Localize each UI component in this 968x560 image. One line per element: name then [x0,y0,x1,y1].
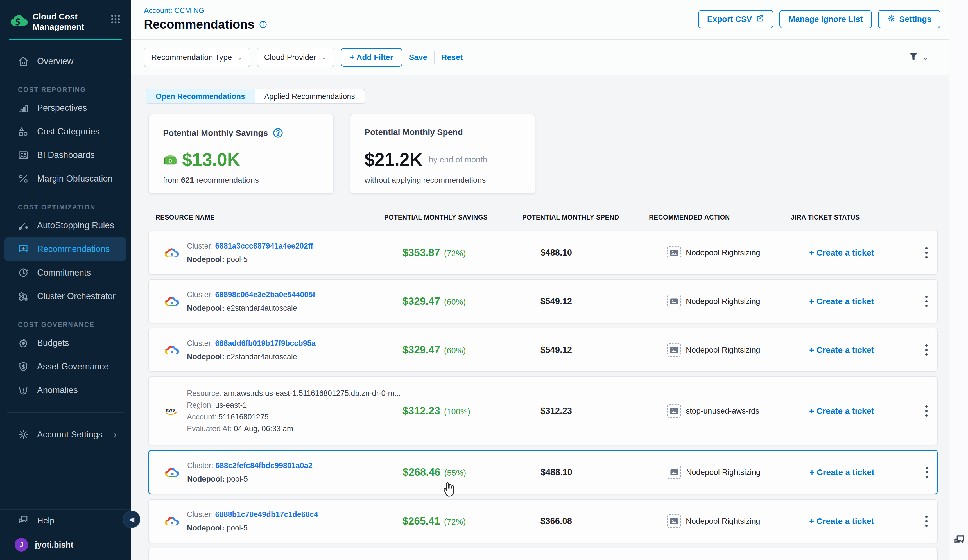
shield-dollar-icon [17,360,30,373]
table-row[interactable]: Cluster: 6886e92f59a48cad86b5b1c6 $244.0… [148,548,938,560]
sidebar-item-bi-dashboards[interactable]: BI Dashboards [5,143,126,167]
sidebar-item-overview[interactable]: Overview [5,50,126,73]
savings-cell: $312.23 (100%) [403,405,470,417]
sidebar-divider [7,412,124,413]
resource-link[interactable]: 688c2fefc84fbdc99801a0a2 [215,461,313,470]
resource-link[interactable]: 688add6fb019b17f9bccb95a [215,339,316,348]
sidebar-item-label: Commitments [37,268,91,278]
settings-button[interactable]: Settings [878,10,940,28]
sidebar-item-autostopping-rules[interactable]: AutoStopping Rules [5,214,126,237]
savings-cell: $268.46 (55%) [403,466,466,478]
tab-open-recommendations[interactable]: Open Recommendations [146,89,255,103]
sidebar-item-perspectives[interactable]: Perspectives [5,96,126,120]
chat-bubbles-icon[interactable] [952,533,966,547]
kebab-menu-icon[interactable] [920,341,933,358]
gcp-cloud-icon [164,343,179,357]
savings-percent: (100%) [444,407,471,416]
create-ticket-link[interactable]: + Create a ticket [809,517,874,526]
table-row[interactable]: Cluster: 688add6fb019b17f9bccb95aNodepoo… [148,328,938,372]
kebab-menu-icon[interactable] [920,244,933,261]
savings-cell: $329.47 (60%) [403,295,466,307]
table-header: RESOURCE NAMEPOTENTIAL MONTHLY SAVINGSPO… [148,214,938,225]
resource-lines: Cluster: 688add6fb019b17f9bccb95aNodepoo… [187,328,316,371]
module-grid-icon[interactable] [110,13,121,25]
savings-value: $13.0K [182,149,240,170]
export-csv-button[interactable]: Export CSV [698,10,774,28]
sidebar-item-recommendations[interactable]: Recommendations [5,237,126,261]
add-filter-button[interactable]: + Add Filter [341,48,402,66]
savings-percent: (55%) [444,468,466,478]
resource-lines: Cluster: 688c2fefc84fbdc99801a0a2Nodepoo… [187,451,313,494]
resource-line: Cluster: 688c2fefc84fbdc99801a0a2 [187,461,313,470]
info-icon[interactable] [259,20,268,29]
tab-applied-recommendations[interactable]: Applied Recommendations [255,89,365,103]
sidebar-item-anomalies[interactable]: Anomalies [5,378,126,402]
teal-divider [9,39,122,40]
kebab-menu-icon[interactable] [920,464,933,481]
breadcrumb-account[interactable]: Account: CCM-NG [144,6,204,15]
sidebar-item-commitments[interactable]: Commitments [5,261,126,285]
sidebar-item-margin-obfuscation[interactable]: Margin Obfuscation [5,167,126,191]
chevron-down-icon: ⌄ [922,53,929,62]
manage-ignore-list-button[interactable]: Manage Ignore List [779,10,872,28]
external-link-icon [756,14,764,25]
gcp-cloud-icon [165,465,179,480]
piggy-icon [17,336,30,350]
table-row[interactable]: Cluster: 68898c064e3e2ba0e544005fNodepoo… [148,279,938,323]
sidebar-item-help[interactable]: Help [0,510,131,531]
sidebar-item-budgets[interactable]: Budgets [5,331,126,355]
recommendations-tabs: Open Recommendations Applied Recommendat… [146,89,365,104]
question-circle-icon[interactable] [272,128,283,139]
sidebar-item-label: Anomalies [37,385,78,395]
column-header: POTENTIAL MONTHLY SPEND [522,214,619,221]
create-ticket-link[interactable]: + Create a ticket [809,345,874,355]
create-ticket-link[interactable]: + Create a ticket [809,406,874,416]
resource-link[interactable]: 6888b1c70e49db17c1de60c4 [215,510,318,519]
user-name: jyoti.bisht [35,540,73,550]
sidebar-item-label: Recommendations [37,244,109,254]
table-row[interactable]: aws Resource: arn:aws:rds:us-east-1:5116… [148,376,938,445]
user-profile[interactable]: J jyoti.bisht [0,531,131,558]
table-row[interactable]: Cluster: 6881a3ccc887941a4ee202ffNodepoo… [148,230,938,275]
sidebar-section-label: COST REPORTING [18,83,131,96]
spend-value: $488.10 [540,248,572,258]
cloud-provider-dropdown[interactable]: Cloud Provider⌄ [257,48,334,67]
recommended-action-cell: Nodepool Rightsizing [667,343,760,357]
recommendation-type-dropdown[interactable]: Recommendation Type⌄ [144,48,250,67]
kebab-menu-icon[interactable] [920,293,933,310]
save-filter-link[interactable]: Save [409,53,427,62]
app-title: Cloud Cost Management [33,11,84,32]
create-ticket-link[interactable]: + Create a ticket [809,467,874,477]
filter-panel-toggle[interactable]: ⌄ [907,51,929,64]
sidebar-item-asset-governance[interactable]: Asset Governance [5,355,126,378]
savings-cell: $329.47 (60%) [403,344,466,356]
sidebar-item-cluster-orchestrator[interactable]: Cluster Orchestrator [5,285,126,308]
sidebar-item-account-settings[interactable]: Account Settings › [5,423,126,446]
spend-subtext: without applying recommendations [365,176,486,185]
kebab-menu-icon[interactable] [920,513,933,530]
table-row[interactable]: Cluster: 6888b1c70e49db17c1de60c4Nodepoo… [148,499,938,543]
resource-lines: Cluster: 6881a3ccc887941a4ee202ffNodepoo… [187,231,313,274]
create-ticket-link[interactable]: + Create a ticket [809,248,874,257]
recommended-action-cell: Nodepool Rightsizing [667,246,760,260]
resource-line: Account: 511616801275 [187,413,401,421]
savings-value: $329.47 [403,344,440,356]
kebab-menu-icon[interactable] [920,403,933,419]
potential-monthly-savings-card: Potential Monthly Savings $13.0K from 62… [148,114,334,194]
action-label: Nodepool Rightsizing [686,248,760,257]
spend-value: $21.2K [365,149,423,170]
create-ticket-link[interactable]: + Create a ticket [809,297,874,306]
help-label: Help [37,516,55,525]
savings-value: $329.47 [403,295,440,307]
sidebar-item-cost-categories[interactable]: Cost Categories [5,120,126,143]
sidebar-collapse-button[interactable]: ◀ [123,510,140,528]
action-label: Nodepool Rightsizing [686,346,760,355]
resource-link[interactable]: 68898c064e3e2ba0e544005f [215,290,315,299]
resource-link[interactable]: 6881a3ccc887941a4ee202ff [215,242,313,250]
reset-filter-link[interactable]: Reset [441,53,462,62]
table-row[interactable]: Cluster: 688c2fefc84fbdc99801a0a2Nodepoo… [148,450,938,494]
resource-line: Cluster: 6881a3ccc887941a4ee202ff [187,242,313,250]
sidebar-bottom: Help J jyoti.bisht [0,509,131,560]
spend-value: $549.12 [540,296,572,307]
sidebar-item-label: Perspectives [37,103,87,113]
